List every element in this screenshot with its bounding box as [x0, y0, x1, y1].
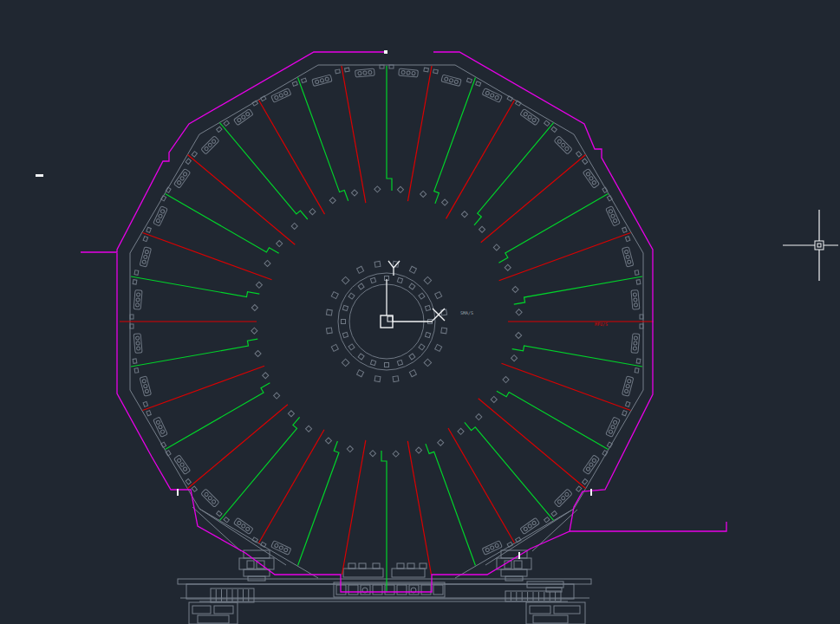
spoke-end-marker	[512, 286, 518, 292]
red-spoke	[342, 440, 366, 575]
spoke-end-marker	[255, 350, 261, 356]
pickbox	[815, 241, 824, 250]
red-spoke	[259, 430, 325, 543]
red-spoke	[448, 428, 515, 543]
hub-bolt-circle	[251, 186, 522, 457]
grip-marks	[36, 50, 592, 559]
red-spoke	[499, 233, 631, 281]
spoke-end-marker	[369, 451, 375, 457]
grip-dot	[384, 50, 387, 54]
green-spoke	[387, 66, 392, 191]
spoke-end-marker	[374, 186, 381, 192]
spoke-end-marker	[251, 328, 257, 334]
spoke-end-marker	[309, 209, 316, 215]
spoke-end-marker	[438, 439, 444, 445]
clamp-detail	[554, 136, 572, 154]
spoke-end-marker	[274, 393, 280, 399]
spoke-end-marker	[503, 377, 509, 383]
clamp-detail	[173, 455, 190, 475]
green-spoke	[219, 123, 307, 219]
green-spoke	[298, 77, 348, 200]
spoke-end-marker	[277, 241, 283, 247]
green-spoke	[131, 339, 257, 367]
spoke-end-marker	[251, 304, 257, 310]
clamp-detail	[312, 75, 332, 86]
annotation-text: SMA/S	[460, 310, 473, 315]
spoke-end-marker	[256, 282, 262, 288]
clamp-detail	[234, 517, 254, 534]
red-spoke	[259, 101, 325, 215]
green-spoke	[166, 194, 279, 254]
spoke-end-marker	[476, 414, 482, 420]
clamp-detail	[520, 517, 540, 534]
red-spoke	[342, 66, 366, 203]
clamp-detail	[520, 108, 540, 125]
spoke-end-marker	[263, 373, 269, 379]
spoke-end-marker	[291, 223, 297, 229]
red-spoke	[188, 405, 288, 489]
red-spoke	[501, 363, 630, 410]
green-spoke	[497, 391, 609, 449]
grip-tick	[177, 489, 179, 496]
red-spoke	[407, 66, 432, 201]
clamp-detail	[441, 75, 461, 86]
green-spoke	[434, 77, 476, 203]
spoke-end-marker	[415, 447, 421, 453]
spoke-end-marker	[264, 260, 270, 266]
spoke-end-marker	[479, 226, 485, 232]
annotation-text: MFU/S	[595, 322, 608, 327]
clamp-detail	[622, 376, 633, 396]
drawing-canvas[interactable]: SMA/SMFU/S	[0, 0, 840, 624]
clamp-detail	[631, 334, 640, 354]
clamp-detail	[201, 136, 219, 154]
spoke-end-marker	[511, 355, 518, 361]
red-spoke	[188, 154, 296, 244]
spoke-end-marker	[393, 451, 399, 457]
spoke-end-marker	[493, 244, 499, 250]
spoke-end-marker	[442, 199, 448, 205]
green-spoke	[474, 123, 554, 225]
spoke-end-marker	[347, 446, 353, 452]
green-spoke	[465, 422, 554, 520]
clamp-detail	[583, 455, 599, 475]
clamp-detail	[133, 334, 142, 354]
clamp-detail	[201, 489, 219, 507]
cad-viewport: SMA/SMFU/S	[0, 0, 840, 624]
clamp-detail	[140, 376, 151, 396]
red-spoke	[407, 441, 431, 575]
clamp-detail	[554, 489, 572, 507]
red-spoke	[142, 366, 264, 410]
green-spoke	[166, 383, 270, 450]
red-spoke	[481, 154, 586, 242]
spoke-end-marker	[461, 211, 467, 218]
spoke-end-marker	[288, 411, 294, 417]
clamp-detail	[583, 169, 599, 189]
spoke-end-marker	[505, 264, 511, 270]
grip-tick	[590, 489, 592, 496]
clamp-detail	[631, 290, 640, 310]
clamp-detail	[622, 247, 633, 267]
spoke-end-marker	[306, 426, 312, 432]
spoke-end-marker	[420, 191, 427, 197]
spoke-end-marker	[516, 332, 522, 338]
green-spoke	[219, 417, 299, 520]
green-spoke	[512, 346, 642, 367]
green-spoke	[514, 276, 642, 304]
clamp-detail	[234, 108, 254, 125]
green-spoke	[498, 194, 608, 263]
spoke-end-marker	[329, 198, 335, 204]
red-spoke	[446, 101, 515, 219]
green-spoke	[298, 441, 339, 566]
spoke-end-marker	[397, 186, 403, 192]
grip-tick	[518, 552, 520, 559]
clamp-detail	[173, 169, 190, 189]
spoke-end-marker	[516, 309, 522, 315]
crosshair-cursor	[783, 210, 838, 281]
annotation-labels: SMA/SMFU/S	[460, 310, 608, 327]
red-spoke	[479, 399, 586, 489]
green-spoke	[131, 276, 259, 297]
spoke-end-marker	[491, 396, 497, 402]
green-spoke	[381, 451, 387, 592]
spoke-end-marker	[458, 428, 464, 434]
clamp-detail	[140, 247, 151, 267]
